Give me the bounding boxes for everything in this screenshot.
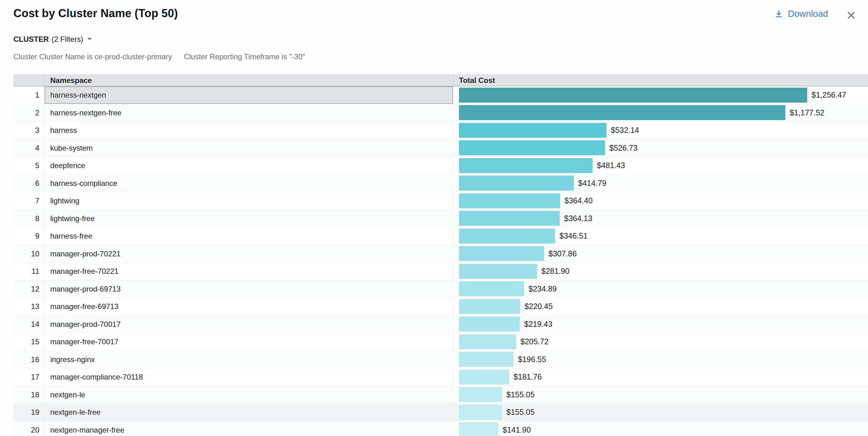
download-button[interactable]: Download — [774, 9, 828, 19]
cost-value-label: $481.43 — [597, 161, 625, 170]
row-namespace[interactable]: manager-free-70221 — [44, 262, 453, 280]
table-body: 1 harness-nextgen $1,256.47 2 harness-ne… — [13, 86, 868, 436]
table-row[interactable]: 17 manager-compliance-70118 $181.76 — [13, 368, 868, 386]
cost-bar — [459, 405, 502, 420]
row-namespace[interactable]: harness-nextgen-free — [44, 104, 453, 122]
row-rank: 1 — [13, 86, 44, 104]
row-namespace[interactable]: manager-compliance-70118 — [44, 368, 453, 386]
cost-bar — [459, 281, 524, 296]
row-rank: 15 — [13, 333, 44, 351]
cost-value-label: $307.86 — [549, 249, 577, 258]
cost-bar — [459, 334, 516, 349]
row-namespace[interactable]: manager-prod-70221 — [44, 245, 453, 263]
row-rank: 14 — [13, 316, 44, 333]
row-rank: 17 — [13, 368, 44, 386]
row-namespace[interactable]: nextgen-le — [44, 386, 453, 404]
row-namespace[interactable]: harness-compliance — [44, 175, 453, 192]
cost-bar — [459, 88, 807, 103]
cost-value-label: $526.73 — [609, 144, 638, 153]
cost-bar — [459, 316, 520, 332]
row-cost-cell: $234.89 — [453, 280, 868, 298]
cost-bar — [459, 123, 607, 138]
filter-item-cluster-name: Cluster Cluster Name is ce-prod-cluster-… — [13, 53, 172, 61]
row-rank: 19 — [13, 404, 44, 421]
row-cost-cell: $205.72 — [453, 333, 868, 351]
table-row[interactable]: 4 kube-system $526.73 — [13, 139, 868, 157]
row-namespace[interactable]: ingress-nginx — [44, 351, 453, 369]
table-row[interactable]: 12 manager-prod-69713 $234.89 — [13, 280, 868, 298]
cost-value-label: $196.55 — [518, 355, 546, 364]
row-cost-cell: $196.55 — [453, 351, 868, 369]
row-cost-cell: $1,177.52 — [453, 104, 868, 122]
column-header-rank — [13, 75, 44, 86]
cost-bar — [459, 246, 544, 261]
row-namespace[interactable]: manager-prod-69713 — [44, 280, 453, 298]
cost-value-label: $234.89 — [529, 284, 557, 293]
table-row[interactable]: 20 nextgen-manager-free $141.90 — [13, 421, 868, 436]
cost-value-label: $1,177.52 — [790, 108, 824, 117]
cost-bar — [459, 264, 537, 279]
row-namespace[interactable]: manager-free-70017 — [44, 333, 453, 351]
row-cost-cell: $346.51 — [453, 227, 868, 245]
cost-bar — [459, 193, 560, 208]
row-cost-cell: $155.05 — [453, 404, 868, 421]
table-row[interactable]: 15 manager-free-70017 $205.72 — [13, 333, 868, 351]
table-header: Namespace Total Cost — [13, 74, 868, 86]
row-rank: 7 — [13, 192, 44, 210]
table-row[interactable]: 6 harness-compliance $414.79 — [13, 175, 868, 192]
row-rank: 6 — [13, 175, 44, 192]
table-row[interactable]: 14 manager-prod-70017 $219.43 — [13, 316, 868, 333]
table-row[interactable]: 10 manager-prod-70221 $307.86 — [13, 245, 868, 263]
row-namespace[interactable]: nextgen-le-free — [44, 404, 453, 421]
close-icon — [846, 10, 857, 22]
cost-bar — [459, 228, 555, 244]
row-namespace[interactable]: manager-prod-70017 — [44, 316, 453, 333]
filter-item-reporting-timeframe: Cluster Reporting Timeframe is "-30" — [184, 53, 305, 61]
table-row[interactable]: 11 manager-free-70221 $281.90 — [13, 262, 868, 280]
row-namespace[interactable]: lightwing — [44, 192, 453, 210]
row-namespace[interactable]: lightwing-free — [44, 210, 453, 228]
download-label: Download — [788, 9, 828, 19]
row-rank: 11 — [13, 262, 44, 280]
column-header-namespace[interactable]: Namespace — [44, 75, 453, 86]
row-namespace[interactable]: deepfence — [44, 157, 453, 175]
row-cost-cell: $414.79 — [453, 175, 868, 192]
row-rank: 20 — [13, 421, 44, 436]
cost-value-label: $141.90 — [503, 426, 531, 434]
cost-value-label: $414.79 — [578, 179, 606, 188]
row-rank: 5 — [13, 157, 44, 175]
table-row[interactable]: 16 ingress-nginx $196.55 — [13, 351, 868, 369]
table-row[interactable]: 2 harness-nextgen-free $1,177.52 — [13, 104, 868, 122]
cost-bar — [459, 176, 574, 191]
row-rank: 16 — [13, 351, 44, 369]
cost-value-label: $281.90 — [541, 267, 569, 276]
cost-bar — [459, 141, 605, 155]
row-rank: 4 — [13, 139, 44, 157]
table-row[interactable]: 9 harness-free $346.51 — [13, 227, 868, 245]
table-row[interactable]: 13 manager-free-69713 $220.45 — [13, 298, 868, 316]
row-namespace[interactable]: kube-system — [44, 139, 453, 157]
table-row[interactable]: 5 deepfence $481.43 — [13, 157, 868, 175]
close-button[interactable] — [845, 9, 858, 22]
cost-bar — [459, 352, 514, 367]
row-rank: 10 — [13, 245, 44, 263]
cost-value-label: $219.43 — [524, 320, 552, 329]
row-cost-cell: $532.14 — [453, 122, 868, 139]
table-row[interactable]: 19 nextgen-le-free $155.05 — [13, 404, 868, 421]
cost-value-label: $364.40 — [564, 196, 592, 205]
table-row[interactable]: 8 lightwing-free $364.13 — [13, 210, 868, 228]
row-namespace[interactable]: manager-free-69713 — [44, 298, 453, 316]
table-row[interactable]: 3 harness $532.14 — [13, 122, 868, 139]
filter-summary: Cluster Cluster Name is ce-prod-cluster-… — [13, 53, 305, 61]
table-row[interactable]: 18 nextgen-le $155.05 — [13, 386, 868, 404]
row-namespace[interactable]: harness-nextgen — [44, 86, 453, 104]
column-header-total-cost[interactable]: Total Cost — [453, 75, 868, 86]
cluster-filter-toggle[interactable]: CLUSTER (2 Filters) — [13, 34, 93, 44]
table-row[interactable]: 7 lightwing $364.40 — [13, 192, 868, 210]
row-cost-cell: $155.05 — [453, 386, 868, 404]
table-row[interactable]: 1 harness-nextgen $1,256.47 — [13, 86, 868, 104]
row-namespace[interactable]: harness-free — [44, 227, 453, 245]
row-namespace[interactable]: nextgen-manager-free — [44, 421, 453, 436]
cost-value-label: $220.45 — [525, 302, 553, 311]
row-namespace[interactable]: harness — [44, 122, 453, 139]
